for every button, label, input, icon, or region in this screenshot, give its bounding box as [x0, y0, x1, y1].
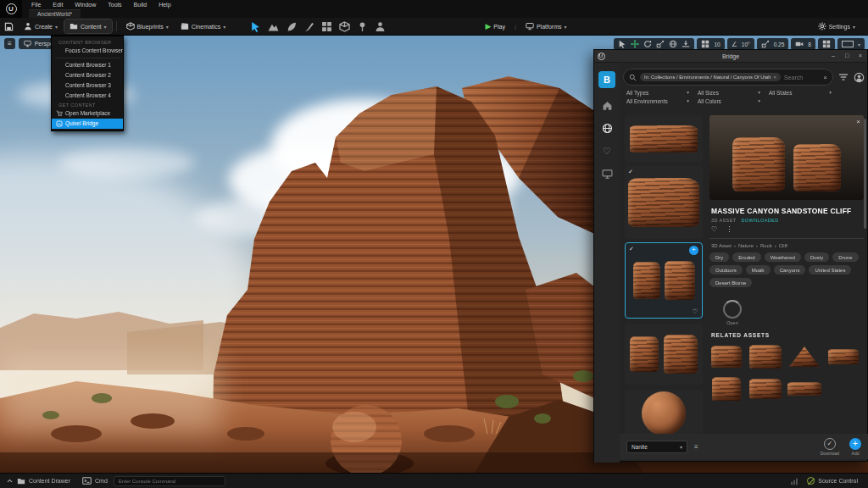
filter-all-types[interactable]: All Types▾: [626, 90, 689, 96]
console-button[interactable]: Cmd: [76, 474, 114, 488]
world-local-toggle-icon[interactable]: [669, 40, 677, 48]
tag-chip[interactable]: Drone: [832, 252, 858, 262]
tag-chip[interactable]: Eroded: [732, 252, 760, 262]
asset-tile-selected[interactable]: ✓ + ♡: [625, 242, 703, 319]
content-drawer-button[interactable]: Content Drawer: [0, 474, 76, 488]
tag-chip[interactable]: United States: [809, 265, 851, 274]
menu-help[interactable]: Help: [153, 0, 176, 9]
foliage-mode-icon[interactable]: [286, 21, 297, 32]
breadcrumb-3d-asset[interactable]: 3D Asset: [711, 243, 732, 248]
asset-tile[interactable]: [625, 390, 703, 437]
close-button[interactable]: ×: [854, 50, 867, 62]
tag-chip[interactable]: Moab: [746, 265, 771, 274]
related-asset-thumb[interactable]: [748, 344, 782, 369]
level-tab-ancientworld[interactable]: AncientWorld*: [29, 9, 81, 18]
download-settings-icon[interactable]: ≡: [694, 443, 698, 451]
related-asset-thumb[interactable]: [787, 344, 821, 369]
related-asset-thumb[interactable]: [709, 376, 743, 402]
menu-file[interactable]: File: [25, 0, 47, 9]
menu-edit[interactable]: Edit: [47, 0, 69, 9]
menu-window[interactable]: Window: [69, 0, 102, 9]
close-detail-icon[interactable]: ×: [856, 118, 860, 125]
tag-chip[interactable]: Weathered: [765, 252, 801, 262]
menu-tools[interactable]: Tools: [102, 0, 127, 9]
asset-preview[interactable]: ×: [709, 115, 864, 200]
account-profile-icon[interactable]: [854, 72, 865, 83]
tag-chip[interactable]: Dry: [709, 252, 729, 262]
related-asset-thumb[interactable]: [826, 344, 860, 369]
browse-globe-icon[interactable]: [602, 123, 613, 134]
fracture-mode-icon[interactable]: [321, 21, 332, 32]
kebab-menu-icon[interactable]: ⋮: [726, 225, 732, 233]
modeling-mode-icon[interactable]: [339, 21, 350, 32]
platforms-button[interactable]: Platforms▾: [520, 19, 572, 33]
tag-chip[interactable]: Canyons: [774, 265, 806, 274]
related-asset-thumb[interactable]: [748, 376, 782, 402]
minimize-button[interactable]: –: [826, 50, 840, 62]
menu-item-content-browser-1[interactable]: Content Browser 1: [52, 60, 123, 70]
menu-build[interactable]: Build: [128, 0, 153, 9]
quality-select[interactable]: Nanite ▾: [626, 441, 687, 453]
asset-tile[interactable]: [625, 324, 703, 385]
filter-all-sizes[interactable]: All Sizes▾: [698, 90, 760, 96]
settings-button[interactable]: Settings▾: [813, 19, 860, 33]
select-tool-icon[interactable]: [618, 40, 626, 48]
asset-tile-downloaded[interactable]: ✓: [625, 166, 703, 239]
search-filter-chip[interactable]: In: Collections / Environments / Natural…: [640, 73, 781, 81]
menu-item-content-browser-3[interactable]: Content Browser 3: [52, 80, 123, 91]
asset-tile[interactable]: [625, 115, 703, 163]
related-asset-thumb[interactable]: [709, 344, 743, 369]
home-icon[interactable]: [602, 100, 613, 111]
bridge-titlebar[interactable]: U Bridge – □ ×: [594, 50, 867, 63]
maximize-viewport-button[interactable]: ▾: [837, 38, 865, 50]
grid-snap-control[interactable]: 10: [697, 38, 724, 50]
rotation-snap-control[interactable]: ∠ 10°: [727, 38, 754, 50]
clear-search-icon[interactable]: ×: [823, 74, 827, 81]
console-command-input[interactable]: [114, 476, 225, 486]
maximize-button[interactable]: □: [840, 50, 854, 62]
actor-mode-icon[interactable]: [375, 21, 386, 32]
filter-all-colors[interactable]: All Colors▾: [698, 98, 760, 104]
breadcrumb-cliff[interactable]: Cliff: [779, 243, 787, 248]
viewport-options-button[interactable]: ≡: [4, 38, 15, 49]
scrollbar-thumb[interactable]: [864, 119, 866, 229]
quick-add-icon[interactable]: +: [689, 246, 698, 255]
landscape-mode-icon[interactable]: [268, 21, 279, 32]
source-control-button[interactable]: Source Control: [805, 477, 860, 485]
surface-snap-icon[interactable]: [682, 40, 690, 48]
scale-tool-icon[interactable]: [656, 40, 665, 48]
menu-item-content-browser-4[interactable]: Content Browser 4: [52, 91, 123, 101]
favorite-heart-icon[interactable]: ♡: [711, 225, 717, 233]
content-button[interactable]: Content▾: [64, 19, 112, 33]
play-options-chevron-icon[interactable]: ⋮: [513, 24, 518, 30]
related-asset-thumb[interactable]: [787, 376, 821, 402]
breadcrumb-rock[interactable]: Rock: [760, 243, 772, 248]
bridge-app-icon[interactable]: B: [598, 71, 615, 88]
animation-mode-icon[interactable]: [357, 21, 368, 32]
filter-all-environments[interactable]: All Environments▾: [626, 98, 689, 104]
search-input[interactable]: [784, 75, 813, 80]
menu-item-focus-content-browser[interactable]: Focus Content Browser: [52, 46, 123, 56]
filter-icon[interactable]: [838, 72, 849, 82]
breadcrumb-nature[interactable]: Nature: [738, 243, 754, 248]
tag-chip[interactable]: Desert Biome: [709, 278, 752, 287]
open-asset-button[interactable]: Open: [718, 300, 747, 325]
camera-speed-control[interactable]: 8: [791, 38, 815, 50]
tag-chip[interactable]: Dusty: [804, 252, 829, 262]
favorites-heart-icon[interactable]: ♡: [602, 146, 613, 157]
move-tool-icon[interactable]: [631, 40, 639, 48]
chip-close-icon[interactable]: ×: [774, 75, 777, 80]
play-button[interactable]: ▶ Play: [480, 20, 510, 33]
local-assets-icon[interactable]: [602, 169, 613, 180]
view-modes-button[interactable]: [818, 38, 835, 50]
create-button[interactable]: Create▾: [19, 19, 63, 33]
rotate-tool-icon[interactable]: [643, 40, 652, 48]
add-button[interactable]: + Add: [849, 438, 861, 456]
selection-mode-icon[interactable]: [250, 21, 261, 32]
menu-item-content-browser-2[interactable]: Content Browser 2: [52, 70, 123, 80]
menu-item-open-marketplace[interactable]: Open Marketplace: [52, 108, 123, 119]
tag-chip[interactable]: Outdoors: [709, 265, 743, 274]
cinematics-button[interactable]: Cinematics▾: [175, 19, 231, 33]
filter-all-states[interactable]: All States▾: [769, 90, 832, 96]
mesh-paint-mode-icon[interactable]: [303, 21, 314, 32]
